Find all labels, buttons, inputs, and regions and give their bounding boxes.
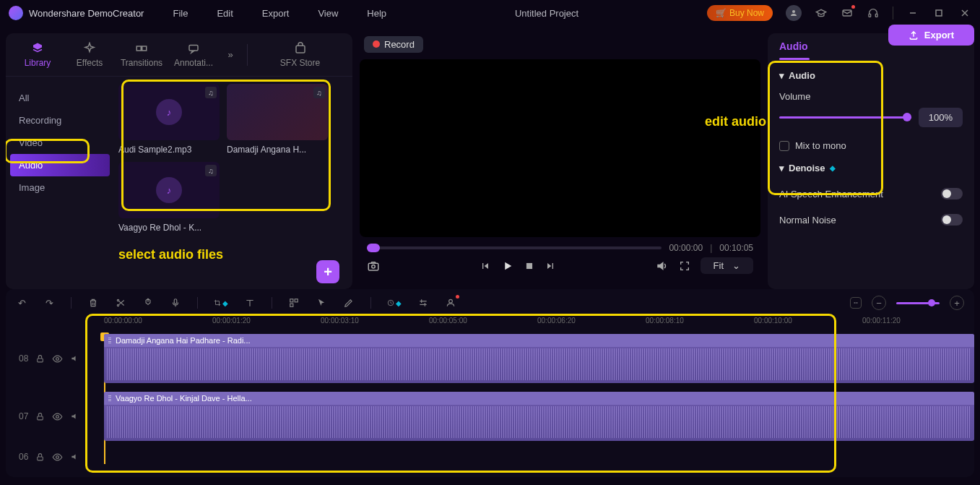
speed-icon[interactable]: ◆	[387, 297, 402, 309]
timeline-ruler[interactable]: 00:00:00:00 00:00:01:20 00:00:03:10 00:0…	[6, 317, 974, 334]
main-row: Library Effects Transitions Annotati... …	[0, 26, 980, 289]
export-button[interactable]: Export	[888, 25, 974, 46]
lock-icon[interactable]	[35, 354, 45, 364]
svg-rect-27	[38, 456, 43, 460]
buy-now-button[interactable]: 🛒 Buy Now	[707, 5, 773, 21]
volume-value[interactable]: 100%	[919, 108, 963, 127]
stop-icon[interactable]	[524, 261, 534, 271]
ruler-mark: 00:00:05:00	[429, 317, 467, 325]
audio-clip[interactable]: ⦙⦙ Vaagyo Re Dhol - Kinjal Dave - Hella.…	[104, 392, 974, 441]
fit-dropdown[interactable]: Fit ⌄	[701, 257, 753, 274]
ruler-mark: 00:00:06:20	[537, 317, 576, 325]
play-icon[interactable]	[501, 259, 514, 272]
audio-section-header[interactable]: ▾ Audio	[779, 70, 963, 81]
delete-icon[interactable]	[87, 297, 99, 309]
titlebar-right: 🛒 Buy Now	[707, 5, 971, 21]
ai-speech-toggle[interactable]	[941, 188, 963, 199]
add-media-button[interactable]: +	[316, 260, 339, 283]
tab-effects[interactable]: Effects	[64, 42, 116, 68]
volume-icon[interactable]	[656, 259, 669, 272]
record-button[interactable]: Record	[364, 36, 423, 53]
volume-slider[interactable]	[779, 116, 911, 119]
denoise-section-header[interactable]: ▾ Denoise ◆	[779, 163, 963, 173]
mute-icon[interactable]	[70, 353, 80, 364]
avatar-tool-icon[interactable]	[445, 297, 456, 309]
svg-point-16	[117, 304, 118, 306]
mix-mono-checkbox[interactable]: Mix to mono	[779, 140, 963, 151]
media-label: Audi Sample2.mp3	[118, 145, 220, 155]
lock-icon[interactable]	[35, 412, 45, 421]
timeline: ↶ ↷ ◆ ◆ − + 00:00:00:00 00:00:01:20 00:0…	[6, 289, 974, 477]
zoom-in-icon[interactable]: +	[950, 296, 964, 310]
text-icon[interactable]	[244, 297, 256, 309]
slider-thumb[interactable]	[903, 113, 911, 121]
waveform	[107, 348, 971, 380]
eye-icon[interactable]	[52, 353, 63, 364]
snapshot-icon[interactable]	[367, 259, 380, 272]
cat-video[interactable]: Video	[6, 132, 114, 154]
lock-icon[interactable]	[35, 452, 45, 462]
media-item[interactable]: ♪ ♫ Vaagyo Re Dhol - K...	[118, 162, 220, 233]
buy-now-label: Buy Now	[729, 8, 764, 18]
graduation-icon[interactable]	[815, 7, 828, 20]
clip-label: Damadji Angana Hai Padhare - Radi...	[116, 336, 251, 345]
adjust-icon[interactable]	[417, 297, 429, 309]
mute-icon[interactable]	[70, 452, 80, 462]
fit-width-icon[interactable]	[850, 297, 862, 309]
cat-audio[interactable]: Audio	[10, 154, 110, 176]
avatar-icon[interactable]	[786, 5, 802, 21]
group-icon[interactable]	[288, 297, 300, 309]
zoom-out-icon[interactable]: −	[872, 296, 886, 310]
split-icon[interactable]	[115, 297, 126, 309]
prev-frame-icon[interactable]	[480, 260, 491, 272]
cat-all[interactable]: All	[6, 87, 114, 109]
cat-image[interactable]: Image	[6, 176, 114, 199]
minimize-icon[interactable]	[906, 7, 919, 20]
preview-progress[interactable]	[367, 246, 662, 249]
track-body[interactable]: ⦙⦙ Damadji Angana Hai Padhare - Radi...	[104, 334, 974, 383]
export-icon	[909, 30, 919, 40]
cursor-icon[interactable]	[316, 297, 327, 309]
media-item[interactable]: ♪ ♫ Audi Sample2.mp3	[118, 84, 220, 155]
tab-library[interactable]: Library	[12, 42, 64, 68]
fullscreen-icon[interactable]	[679, 260, 690, 272]
eye-icon[interactable]	[52, 411, 63, 422]
close-icon[interactable]	[958, 7, 971, 20]
audio-clip[interactable]: ⦙⦙ Damadji Angana Hai Padhare - Radi...	[104, 334, 974, 383]
mic-icon[interactable]	[170, 297, 181, 309]
category-list: All Recording Video Audio Image	[6, 77, 114, 289]
marker-icon[interactable]	[142, 297, 154, 309]
menu-edit[interactable]: Edit	[217, 8, 233, 19]
progress-thumb[interactable]	[367, 244, 380, 252]
tab-more-icon[interactable]: »	[220, 49, 241, 60]
track-body[interactable]	[104, 450, 974, 464]
eye-icon[interactable]	[52, 452, 63, 463]
tab-annotations[interactable]: Annotati...	[168, 42, 220, 68]
next-frame-icon[interactable]	[545, 260, 556, 272]
zoom-slider[interactable]	[896, 302, 940, 304]
app-name: Wondershare DemoCreator	[29, 8, 144, 19]
ruler-mark: 00:00:01:20	[212, 317, 251, 325]
svg-point-13	[372, 265, 376, 268]
cat-recording[interactable]: Recording	[6, 109, 114, 132]
mute-icon[interactable]	[70, 411, 80, 421]
menu-export[interactable]: Export	[262, 8, 290, 19]
media-item[interactable]: ♫ Damadji Angana H...	[227, 84, 328, 155]
track-number: 07	[19, 411, 28, 421]
tab-sfx-store[interactable]: SFX Store	[253, 42, 347, 68]
crop-icon[interactable]: ◆	[214, 297, 228, 309]
mail-icon[interactable]	[841, 7, 854, 20]
redo-icon[interactable]: ↷	[43, 297, 55, 309]
normal-noise-toggle[interactable]	[941, 214, 963, 226]
track-body[interactable]: ⦙⦙ Vaagyo Re Dhol - Kinjal Dave - Hella.…	[104, 392, 974, 441]
maximize-icon[interactable]	[932, 7, 945, 20]
menu-help[interactable]: Help	[367, 8, 386, 19]
titlebar: Wondershare DemoCreator File Edit Export…	[0, 0, 980, 26]
undo-icon[interactable]: ↶	[16, 297, 27, 309]
tab-transitions[interactable]: Transitions	[116, 42, 168, 68]
headset-icon[interactable]	[867, 7, 880, 20]
menu-view[interactable]: View	[318, 8, 338, 19]
music-note-icon: ♪	[156, 99, 182, 125]
menu-file[interactable]: File	[173, 8, 188, 19]
pen-icon[interactable]	[343, 297, 355, 309]
